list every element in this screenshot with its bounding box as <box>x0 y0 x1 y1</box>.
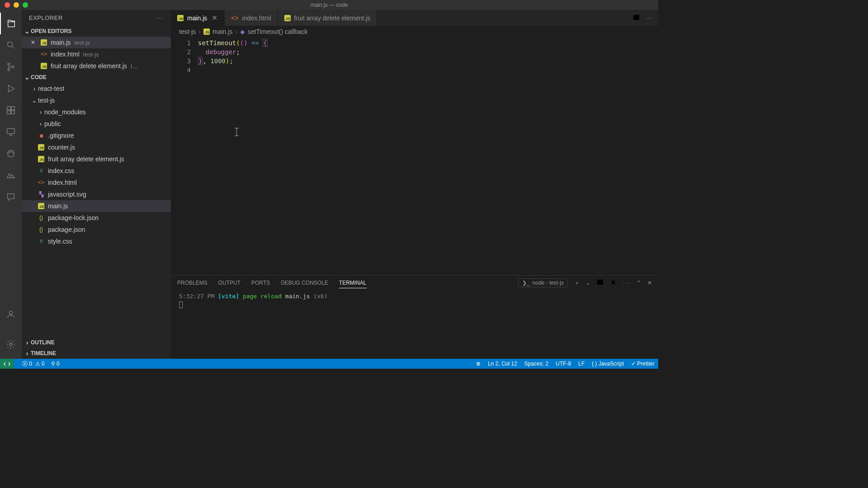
file-tree: ›react-test⌄test-js›node_modules›public◆… <box>22 83 171 337</box>
file-item[interactable]: {}package-lock.json <box>22 212 171 224</box>
sidebar-more-icon[interactable]: ··· <box>156 14 164 21</box>
close-tab-icon[interactable]: ✕ <box>211 14 218 22</box>
panel-tab-terminal[interactable]: TERMINAL <box>339 278 367 288</box>
terminal-output[interactable]: 5:32:27 PM [vite] page reload main.js (x… <box>171 290 658 359</box>
breadcrumbs[interactable]: test-js › JS main.js › ◈ setTimeout() ca… <box>171 26 658 38</box>
breadcrumb-item[interactable]: test-js <box>179 28 196 35</box>
folder-item[interactable]: ›node_modules <box>22 106 171 118</box>
token: } <box>198 57 203 65</box>
terminal-text: page reload <box>239 293 285 300</box>
split-terminal-icon[interactable] <box>597 279 604 287</box>
open-editors-header[interactable]: ⌄ OPEN EDITORS <box>22 26 171 37</box>
terminal-selector[interactable]: ❯_ node - test-js <box>518 278 568 287</box>
accounts-icon[interactable] <box>0 304 22 325</box>
file-item[interactable]: JScounter.js <box>22 141 171 153</box>
css-file-icon: # <box>37 168 45 174</box>
more-icon[interactable]: ··· <box>623 280 630 286</box>
remote-explorer-icon[interactable] <box>0 121 22 143</box>
token: setTimeout <box>198 39 236 47</box>
file-item[interactable]: #index.css <box>22 165 171 177</box>
svg-point-1 <box>8 63 10 65</box>
section-label: OPEN EDITORS <box>31 28 71 34</box>
open-editor-item[interactable]: JS fruit array delete element.js t… <box>22 60 171 72</box>
kill-terminal-icon[interactable] <box>610 279 617 287</box>
folder-item[interactable]: ›react-test <box>22 83 171 94</box>
folder-item[interactable]: ›public <box>22 118 171 130</box>
section-label: CODE <box>31 74 47 80</box>
status-eol[interactable]: LF <box>578 361 585 367</box>
extensions-icon[interactable] <box>0 99 22 121</box>
split-editor-icon[interactable] <box>633 14 640 22</box>
svg-rect-5 <box>11 107 14 110</box>
close-window-button[interactable] <box>5 2 10 8</box>
maximize-panel-icon[interactable]: ⌃ <box>637 280 641 286</box>
file-name: main.js <box>48 202 68 210</box>
panel-tab-problems[interactable]: PROBLEMS <box>177 278 208 288</box>
text-cursor-icon <box>236 128 237 136</box>
close-icon[interactable]: ✕ <box>29 39 37 46</box>
code-content[interactable]: setTimeout(() => { debugger; }, 1000); <box>198 38 658 275</box>
terminal-cursor-icon <box>179 301 183 308</box>
edge-tools-icon[interactable] <box>0 143 22 164</box>
status-prettier[interactable]: ✓ Prettier <box>631 361 655 367</box>
panel-tab-output[interactable]: OUTPUT <box>218 278 241 288</box>
file-item[interactable]: ▚javascript.svg <box>22 188 171 200</box>
terminal-text: main.js <box>285 293 314 300</box>
chat-icon[interactable] <box>0 186 22 208</box>
file-name: counter.js <box>48 144 75 151</box>
file-item[interactable]: JSmain.js <box>22 200 171 212</box>
timeline-header[interactable]: › TIMELINE <box>22 348 171 359</box>
css-file-icon: # <box>37 238 45 244</box>
run-debug-icon[interactable] <box>0 78 22 99</box>
settings-gear-icon[interactable] <box>0 333 22 355</box>
file-item[interactable]: {}package.json <box>22 224 171 235</box>
chevron-right-icon: › <box>37 120 44 127</box>
source-control-icon[interactable] <box>0 56 22 78</box>
open-editor-item[interactable]: ✕ JS main.js test-js <box>22 37 171 48</box>
explorer-icon[interactable] <box>0 13 22 34</box>
editor-tab[interactable]: JS main.js ✕ <box>171 10 225 26</box>
remote-indicator[interactable] <box>0 359 14 369</box>
code-editor[interactable]: 1 2 3 4 setTimeout(() => { debugger; }, … <box>171 38 658 275</box>
section-label: OUTLINE <box>31 339 55 346</box>
editor-tab[interactable]: <> index.html <box>225 10 278 26</box>
line-number: 3 <box>171 56 191 66</box>
tab-label: fruit array delete element.js <box>294 14 371 22</box>
breadcrumb-item[interactable]: setTimeout() callback <box>248 28 308 35</box>
new-terminal-icon[interactable]: ＋ <box>574 279 580 287</box>
folder-item[interactable]: ⌄test-js <box>22 94 171 106</box>
status-cursor-position[interactable]: Ln 2, Col 12 <box>488 361 517 367</box>
git-file-icon: ◆ <box>37 132 45 139</box>
search-icon[interactable] <box>0 34 22 56</box>
terminal-icon: ❯_ <box>522 280 530 286</box>
panel-tab-ports[interactable]: PORTS <box>251 278 270 288</box>
code-section-header[interactable]: ⌄ CODE <box>22 72 171 83</box>
file-name: package.json <box>48 226 85 233</box>
panel-tab-debug-console[interactable]: DEBUG CONSOLE <box>281 278 328 288</box>
js-file-icon: JS <box>41 63 47 69</box>
file-item[interactable]: JSfruit array delete element.js <box>22 153 171 165</box>
token: , <box>203 57 210 65</box>
editor-tab[interactable]: JS fruit array delete element.js <box>278 10 377 26</box>
file-name: style.css <box>48 238 72 245</box>
minimize-window-button[interactable] <box>14 2 19 8</box>
status-indentation[interactable]: Spaces: 2 <box>524 361 548 367</box>
file-item[interactable]: #style.css <box>22 235 171 247</box>
svg-point-3 <box>12 66 14 68</box>
feedback-icon[interactable]: ⊕ <box>476 361 481 367</box>
wallaby-icon[interactable] <box>0 164 22 186</box>
breadcrumb-item[interactable]: main.js <box>212 28 232 35</box>
status-errors[interactable]: ⓧ 0 ⚠ 0 <box>22 360 45 368</box>
file-item[interactable]: <>index.html <box>22 177 171 188</box>
terminal-dropdown-icon[interactable]: ⌄ <box>586 280 590 286</box>
status-encoding[interactable]: UTF-8 <box>556 361 571 367</box>
outline-header[interactable]: › OUTLINE <box>22 337 171 348</box>
status-language[interactable]: { } JavaScript <box>592 361 624 367</box>
file-dir: test-js <box>74 39 90 46</box>
open-editor-item[interactable]: <> index.html test-js <box>22 48 171 60</box>
maximize-window-button[interactable] <box>23 2 28 8</box>
file-item[interactable]: ◆.gitignore <box>22 130 171 141</box>
more-actions-icon[interactable]: ··· <box>646 14 654 21</box>
close-panel-icon[interactable]: ✕ <box>647 280 652 286</box>
status-ports[interactable]: ⚲ 0 <box>51 361 60 367</box>
